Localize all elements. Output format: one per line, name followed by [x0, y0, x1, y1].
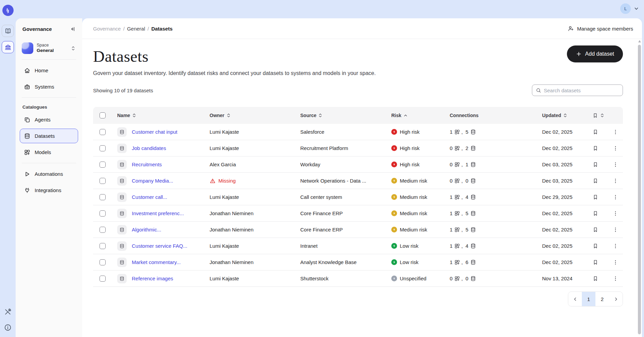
sidebar-item-home[interactable]: Home — [20, 63, 78, 78]
datasets-icon — [470, 276, 476, 282]
risk-badge — [391, 210, 397, 216]
search-icon — [536, 88, 541, 93]
row-menu-button[interactable] — [612, 243, 619, 249]
main-area: Governance / General / Datasets Manage s… — [82, 18, 642, 337]
search-input[interactable] — [544, 88, 619, 93]
bookmark-button[interactable] — [592, 276, 598, 282]
table-row: Investment preferenc...Jonathan Nieminen… — [93, 205, 623, 222]
page-button-2[interactable]: 2 — [595, 292, 609, 306]
sidebar-item-models[interactable]: Models — [20, 145, 78, 160]
dataset-name-link[interactable]: Recruitments — [132, 162, 162, 167]
column-header-risk[interactable]: Risk — [391, 113, 408, 118]
chevron-down-icon[interactable] — [633, 6, 639, 12]
datasets-icon — [119, 129, 125, 135]
avatar[interactable]: L — [620, 3, 631, 14]
column-header-bookmark[interactable] — [592, 113, 605, 118]
row-menu-button[interactable] — [612, 210, 619, 217]
column-header-name[interactable]: Name — [117, 113, 137, 118]
info-icon[interactable] — [4, 323, 12, 332]
column-header-owner[interactable]: Owner — [210, 113, 231, 118]
owner-text: Jonathan Nieminen — [210, 259, 253, 265]
bookmark-button[interactable] — [592, 145, 598, 151]
datasets-icon — [470, 162, 476, 168]
sidebar-item-systems[interactable]: Systems — [20, 79, 78, 94]
governance-rail-button[interactable] — [2, 41, 14, 53]
risk-badge — [391, 276, 397, 281]
row-checkbox[interactable] — [100, 227, 106, 233]
bookmark-button[interactable] — [592, 178, 598, 184]
row-menu-button[interactable] — [612, 276, 619, 282]
row-checkbox[interactable] — [100, 129, 106, 135]
row-checkbox[interactable] — [100, 243, 106, 249]
breadcrumb-item[interactable]: General — [127, 26, 145, 32]
scrollbar-thumb[interactable] — [638, 45, 641, 334]
row-menu-button[interactable] — [612, 227, 619, 233]
dataset-name-link[interactable]: Market commentary... — [132, 259, 181, 265]
bolt-icon — [392, 179, 396, 183]
add-dataset-button[interactable]: Add dataset — [567, 45, 623, 62]
space-selector[interactable]: Space General — [20, 42, 78, 54]
sidebar-item-datasets[interactable]: Datasets — [20, 129, 78, 143]
models-count: 1 — [450, 210, 452, 216]
dataset-name-link[interactable]: Algorithmic... — [132, 227, 161, 232]
dataset-name-link[interactable]: Job candidates — [132, 145, 166, 151]
row-checkbox[interactable] — [100, 194, 106, 200]
previous-page-button[interactable] — [568, 292, 582, 306]
row-checkbox[interactable] — [100, 210, 106, 217]
bookmark-button[interactable] — [592, 259, 598, 265]
breadcrumb-item[interactable]: Governance — [93, 26, 121, 32]
updated-text: Nov 13, 2024 — [542, 276, 572, 281]
dataset-name-link[interactable]: Customer chat input — [132, 129, 177, 135]
list-controls: Showing 10 of 19 datasets — [93, 85, 623, 96]
dataset-chip — [117, 225, 127, 235]
sidebar-item-integrations[interactable]: Integrations — [20, 183, 78, 198]
column-header-connections[interactable]: Connections — [450, 113, 479, 118]
dataset-name-link[interactable]: Customer service FAQ... — [132, 243, 187, 249]
row-menu-button[interactable] — [612, 129, 619, 135]
manage-space-members-button[interactable]: Manage space members — [568, 25, 633, 32]
bookmark-icon — [592, 243, 598, 249]
scroll-up-arrow[interactable] — [638, 40, 641, 42]
bookmark-button[interactable] — [592, 129, 598, 135]
tools-icon[interactable] — [4, 308, 12, 316]
dataset-name-link[interactable]: Company Media... — [132, 178, 173, 184]
bookmark-button[interactable] — [592, 162, 598, 168]
row-checkbox[interactable] — [100, 162, 106, 168]
dataset-name-link[interactable]: Reference images — [132, 276, 173, 281]
row-checkbox[interactable] — [100, 259, 106, 265]
sidebar-item-agents[interactable]: Agents — [20, 112, 78, 127]
bookmark-button[interactable] — [592, 210, 598, 217]
row-menu-button[interactable] — [612, 259, 619, 265]
bookmark-button[interactable] — [592, 243, 598, 249]
sidebar-item-label: Agents — [35, 117, 51, 123]
models-count: 1 — [450, 129, 452, 135]
row-menu-button[interactable] — [612, 178, 619, 184]
row-checkbox[interactable] — [100, 178, 106, 184]
bolt-icon — [392, 244, 396, 248]
source-text: Core Finance ERP — [300, 210, 343, 216]
datasets-icon — [119, 178, 125, 184]
row-menu-button[interactable] — [612, 194, 619, 200]
row-checkbox[interactable] — [100, 276, 106, 282]
next-page-button[interactable] — [609, 292, 623, 306]
risk-label: Unspecified — [400, 276, 426, 281]
bookmark-button[interactable] — [592, 194, 598, 200]
dataset-name-link[interactable]: Customer call... — [132, 194, 167, 200]
row-checkbox[interactable] — [100, 145, 106, 151]
risk-badge — [391, 259, 397, 265]
connections-cell: 1,4 — [450, 243, 542, 249]
library-rail-button[interactable] — [2, 25, 14, 37]
select-all-checkbox[interactable] — [100, 112, 106, 118]
row-menu-button[interactable] — [612, 162, 619, 168]
brand-logo[interactable] — [2, 5, 14, 16]
dataset-name-link[interactable]: Investment preferenc... — [132, 210, 184, 216]
models-icon — [24, 149, 31, 156]
column-header-source[interactable]: Source — [300, 113, 323, 118]
row-menu-button[interactable] — [612, 145, 619, 151]
vertical-scrollbar[interactable] — [638, 40, 641, 334]
page-button-1[interactable]: 1 — [582, 292, 595, 306]
collapse-sidebar-icon[interactable] — [69, 26, 75, 32]
column-header-updated[interactable]: Updated — [542, 113, 568, 118]
sidebar-item-automations[interactable]: Automations — [20, 167, 78, 181]
bookmark-button[interactable] — [592, 227, 598, 233]
